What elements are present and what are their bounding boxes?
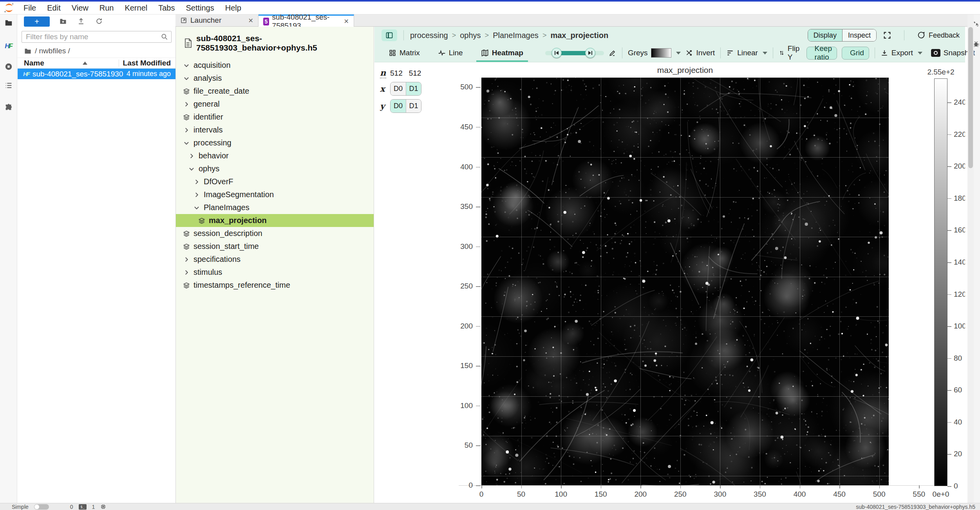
tree-item-DfOverF[interactable]: DfOverF [176, 175, 374, 188]
tree-item-processing[interactable]: processing [176, 136, 374, 149]
chevron-right-icon [193, 191, 200, 198]
x-dimension-toggle: D0 D1 [390, 82, 421, 96]
running-kernels-icon[interactable] [4, 62, 14, 72]
tree-item-session_description[interactable]: session_description [176, 227, 374, 240]
colorbar-tick [947, 294, 951, 295]
feedback-button[interactable]: Feedback [917, 31, 960, 40]
breadcrumb-segment[interactable]: max_projection [550, 31, 608, 40]
tree-item-file_create_date[interactable]: file_create_date [176, 85, 374, 98]
extension-manager-icon[interactable] [4, 102, 14, 113]
kernel-chip-icon[interactable] [100, 504, 106, 510]
breadcrumb-segment[interactable]: ophys [460, 31, 481, 40]
y-tick-label: 400 [450, 163, 473, 171]
new-folder-icon[interactable] [59, 17, 68, 26]
menu-run[interactable]: Run [94, 4, 119, 12]
terminal-icon[interactable]: $_ [79, 504, 87, 510]
search-icon [161, 33, 168, 41]
menu-kernel[interactable]: Kernel [119, 4, 153, 12]
menu-settings[interactable]: Settings [180, 4, 219, 12]
simple-mode-toggle[interactable] [34, 504, 49, 510]
close-icon[interactable]: ✕ [338, 18, 349, 25]
tree-item-ImageSegmentation[interactable]: ImageSegmentation [176, 188, 374, 201]
tree-item-stimulus[interactable]: stimulus [176, 266, 374, 279]
h5-tree-panel: sub-408021_ses-758519303_behavior+ophys.… [175, 27, 374, 503]
display-mode-button[interactable]: Display [808, 29, 843, 41]
column-last-modified[interactable]: Last Modified [123, 59, 171, 67]
flip-y-button[interactable]: Flip Y [779, 44, 802, 62]
matrix-vis-tab[interactable]: Matrix [384, 44, 425, 62]
tree-item-analysis[interactable]: analysis [176, 72, 374, 85]
export-button[interactable]: Export [881, 44, 922, 62]
refresh-icon[interactable] [95, 17, 104, 26]
column-divider [119, 60, 119, 67]
tree-item-timestamps_reference_time[interactable]: timestamps_reference_time [176, 279, 374, 292]
menu-tabs[interactable]: Tabs [153, 4, 180, 12]
close-icon[interactable]: ✕ [243, 17, 253, 24]
colorbar-tick-label: 60 [954, 386, 962, 394]
colorbar[interactable] [934, 78, 947, 486]
tree-item-acquisition[interactable]: acquisition [176, 59, 374, 72]
left-activity-bar: HF [0, 15, 17, 503]
tab-launcher[interactable]: Launcher ✕ [175, 15, 259, 26]
x-dim-d1-option[interactable]: D1 [406, 82, 421, 95]
file-row-selected[interactable]: HF sub-408021_ses-758519303_beha... 4 mi… [18, 69, 175, 79]
file-browser-icon[interactable] [4, 18, 14, 28]
y-dim-d0-option[interactable]: D0 [391, 100, 406, 113]
heatmap-vis-tab[interactable]: Heatmap [476, 44, 528, 62]
tree-item-behavior[interactable]: behavior [176, 149, 374, 162]
file-filter [22, 31, 172, 43]
viewer-mode-controls: Display Inspect Feedback [808, 29, 960, 42]
tree-item-identifier[interactable]: identifier [176, 111, 374, 123]
x-tick [481, 485, 482, 488]
edit-domain-button[interactable] [609, 44, 617, 62]
scrollbar-thumb[interactable] [968, 27, 973, 168]
table-of-contents-icon[interactable] [4, 80, 14, 91]
slider-min-handle[interactable] [551, 48, 562, 58]
line-vis-tab[interactable]: Line [433, 44, 468, 62]
camera-icon [931, 49, 940, 57]
tree-item-label: PlaneImages [204, 203, 250, 212]
y-dim-d1-option[interactable]: D1 [406, 100, 421, 113]
menu-edit[interactable]: Edit [42, 4, 66, 12]
grid-toggle[interactable]: Grid [842, 47, 869, 60]
x-dim-d0-option[interactable]: D0 [391, 82, 406, 95]
menu-file[interactable]: File [18, 4, 42, 12]
inspect-mode-button[interactable]: Inspect [843, 29, 876, 41]
heatmap-image[interactable] [481, 78, 889, 485]
tab-h5-file[interactable]: 5 sub-408021_ses-7585193 ✕ [259, 15, 354, 27]
slider-max-handle[interactable] [585, 48, 595, 58]
fullscreen-button[interactable] [883, 31, 891, 40]
display-inspect-toggle: Display Inspect [808, 29, 877, 42]
breadcrumb-segment[interactable]: processing [410, 31, 448, 40]
breadcrumb[interactable]: / nwbfiles / [18, 43, 175, 58]
scrollbar[interactable] [967, 15, 974, 503]
tree-item-specifications[interactable]: specifications [176, 253, 374, 266]
file-browser-panel: + / nwbfiles / Name [18, 15, 175, 503]
domain-slider[interactable] [545, 48, 604, 58]
menu-view[interactable]: View [66, 4, 94, 12]
breadcrumb-segment[interactable]: PlaneImages [493, 31, 539, 40]
dataset-icon [183, 282, 190, 289]
menu-help[interactable]: Help [220, 4, 247, 12]
file-filter-input[interactable] [22, 31, 172, 43]
tree-item-session_start_time[interactable]: session_start_time [176, 240, 374, 253]
tree-item-label: DfOverF [204, 177, 233, 186]
heatmap-view: n 512 512 x D0 D1 y D0 [374, 62, 965, 503]
chevron-down-icon [193, 204, 200, 211]
sidebar-toggle-button[interactable] [382, 29, 397, 41]
keep-ratio-toggle[interactable]: Keep ratio [806, 47, 837, 60]
tree-item-intervals[interactable]: intervals [176, 123, 374, 136]
invert-colormap-button[interactable]: Invert [685, 44, 715, 62]
tree-item-ophys[interactable]: ophys [176, 162, 374, 175]
kernel-count: 1 [92, 504, 95, 510]
column-name[interactable]: Name [24, 59, 119, 67]
tree-item-general[interactable]: general [176, 98, 374, 111]
new-launcher-button[interactable]: + [24, 16, 50, 27]
upload-icon[interactable] [77, 17, 86, 26]
tree-item-max_projection[interactable]: max_projection [176, 214, 374, 227]
path-text: / nwbfiles / [35, 47, 70, 55]
tree-item-PlaneImages[interactable]: PlaneImages [176, 201, 374, 214]
colormap-selector[interactable]: Greys [628, 44, 681, 62]
hdf5-sidebar-icon[interactable]: HF [4, 41, 14, 51]
scale-selector[interactable]: Linear [726, 44, 767, 62]
